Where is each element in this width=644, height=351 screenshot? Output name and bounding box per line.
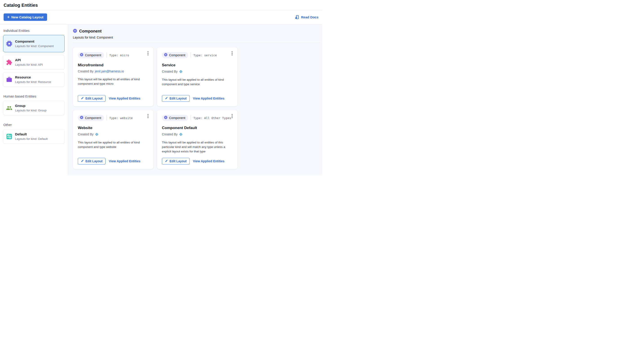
divider [73,42,320,43]
divider [106,53,107,58]
divider [106,115,107,120]
edit-layout-button[interactable]: Edit Layout [162,158,190,165]
entity-kinds-sidebar: Individual Entities Component Layouts fo… [0,24,68,175]
layout-card-title: Microfrontend [78,63,148,67]
sidebar-item-title: Resource [15,75,51,79]
page-header: Catalog Entities [0,0,322,10]
view-applied-entities-link[interactable]: View Applied Entities [193,97,224,100]
edit-layout-button[interactable]: Edit Layout [78,158,106,165]
kind-badge: Component [162,115,188,121]
component-chip-icon [80,116,84,120]
card-menu-kebab-icon[interactable] [146,50,150,56]
sidebar-item-title: Default [15,132,48,136]
card-menu-kebab-icon[interactable] [230,50,234,56]
layouts-main-panel: Component Layouts for kind: Component Co… [68,24,322,175]
new-catalog-layout-label: New Catalog Layout [12,15,44,19]
pencil-icon [165,97,168,100]
layout-card-component-default: Component Type: All Other Types Componen… [157,110,238,169]
pencil-icon [81,97,84,100]
default-sliders-icon [6,133,12,140]
layout-card-title: Component Default [162,126,232,130]
component-chip-icon [164,53,168,57]
created-by-label: Created By [162,132,178,136]
view-applied-entities-link[interactable]: View Applied Entities [193,159,224,163]
type-label: Type: micro [109,53,129,57]
layout-card-title: Service [162,63,232,67]
pencil-icon [81,159,84,163]
creator-email-link[interactable]: jenil.jain@harness.io [95,69,124,73]
section-human-based-entities: Human based Entities [3,94,64,98]
section-other: Other [3,123,64,127]
harness-logo-icon [179,69,183,73]
resource-bag-icon [6,76,12,83]
kind-badge: Component [162,52,188,58]
sidebar-item-subtitle: Layouts for kind: Component [15,44,54,48]
toolbar: + New Catalog Layout Read Docs [0,10,322,24]
main-kind-title: Component [79,29,102,34]
component-chip-icon [164,116,168,120]
plus-icon: + [7,15,10,19]
sidebar-item-title: Component [15,39,54,43]
divider [190,115,191,120]
sidebar-item-default[interactable]: Default Layouts for kind: Default [3,129,64,144]
page-title: Catalog Entities [4,3,318,8]
layout-cards-grid: Component Type: micro Microfrontend Crea… [73,47,321,169]
sidebar-item-subtitle: Layouts for kind: API [15,63,43,66]
created-by-label: Created By [162,70,178,73]
kind-badge: Component [78,115,104,121]
harness-logo-icon [179,132,183,136]
type-label: Type: All Other Types [193,116,231,120]
sidebar-item-resource[interactable]: Resource Layouts for kind: Resource [3,72,64,87]
new-catalog-layout-button[interactable]: + New Catalog Layout [4,13,47,21]
read-docs-label: Read Docs [301,15,318,19]
type-label: Type: service [193,53,216,57]
sidebar-item-title: API [15,58,43,62]
sidebar-item-group[interactable]: Group Layouts for kind: Group [3,101,64,115]
layout-card-description: This layout will be applied to all entit… [162,77,232,86]
view-applied-entities-link[interactable]: View Applied Entities [109,159,140,163]
layout-card-service: Component Type: service Service Created … [157,47,238,106]
kind-badge: Component [78,52,104,58]
card-menu-kebab-icon[interactable] [230,113,234,119]
layout-card-website: Component Type: website Website Created … [73,110,154,169]
group-people-icon [6,105,12,111]
section-individual-entities: Individual Entities [3,29,64,32]
main-kind-subtitle: Layouts for kind: Component [73,36,321,39]
divider [190,53,191,58]
api-puzzle-icon [6,59,12,65]
view-applied-entities-link[interactable]: View Applied Entities [109,97,140,100]
sidebar-item-title: Group [15,104,46,108]
created-by-label: Created By [78,132,94,136]
layout-card-description: This layout will be applied to all entit… [78,77,148,86]
edit-layout-button[interactable]: Edit Layout [162,95,190,102]
sidebar-item-subtitle: Layouts for kind: Resource [15,80,51,84]
read-docs-link[interactable]: Read Docs [295,15,318,19]
sidebar-item-subtitle: Layouts for kind: Default [15,137,48,141]
pencil-icon [165,159,168,163]
layout-card-description: This layout will be applied to all entit… [78,140,148,149]
catalog-entities-page: Catalog Entities + New Catalog Layout Re… [0,0,322,175]
sidebar-item-subtitle: Layouts for kind: Group [15,109,46,112]
component-chip-icon [6,40,12,47]
card-menu-kebab-icon[interactable] [146,113,150,119]
created-by-label: Created By [78,69,94,73]
component-chip-icon [80,53,84,57]
doc-external-icon [295,15,299,19]
layout-card-title: Website [78,126,148,130]
component-chip-icon [73,29,77,34]
sidebar-item-api[interactable]: API Layouts for kind: API [3,55,64,69]
layout-card-description: This layout will be applied to all entit… [162,140,232,154]
type-label: Type: website [109,116,132,120]
harness-logo-icon [95,132,99,136]
edit-layout-button[interactable]: Edit Layout [78,95,106,102]
sidebar-item-component[interactable]: Component Layouts for kind: Component [3,35,64,52]
layout-card-microfrontend: Component Type: micro Microfrontend Crea… [73,47,154,106]
